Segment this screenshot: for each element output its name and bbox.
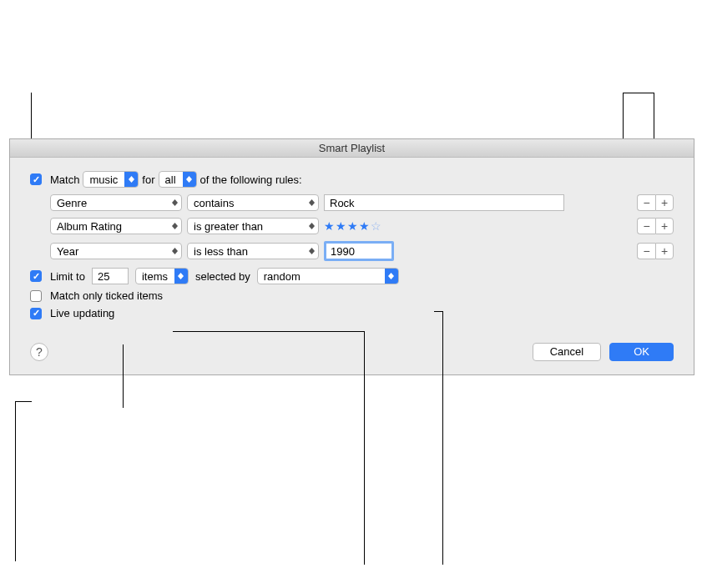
rule-value-input[interactable] — [324, 194, 564, 211]
minus-icon: − — [643, 196, 649, 209]
match-row: Match music for all of the following rul… — [30, 171, 674, 188]
rule-row: Year is less than − — [50, 241, 674, 261]
cancel-button[interactable]: Cancel — [533, 343, 601, 361]
rule-operator-select[interactable]: is less than — [187, 243, 319, 259]
rules-list: Genre contains − + — [50, 194, 674, 261]
remove-rule-button[interactable]: − — [637, 243, 655, 259]
rule-row: Genre contains − + — [50, 194, 674, 211]
chevron-updown-icon — [174, 269, 188, 284]
media-type-select[interactable]: music — [83, 171, 139, 188]
dialog-content: Match music for all of the following rul… — [10, 158, 694, 374]
chevron-updown-icon — [305, 223, 318, 229]
live-updating-label: Live updating — [50, 307, 114, 319]
rule-row: Album Rating is greater than ★★★★☆ — [50, 218, 674, 234]
chevron-updown-icon — [168, 223, 181, 229]
plus-icon: + — [661, 196, 668, 209]
callout-line-help — [15, 401, 32, 561]
match-label: Match — [50, 173, 79, 186]
minus-icon: − — [643, 244, 649, 258]
help-button[interactable]: ? — [30, 343, 48, 361]
rule-operator-select[interactable]: is greater than — [187, 218, 319, 234]
remove-rule-button[interactable]: − — [637, 218, 655, 234]
limit-label: Limit to — [50, 270, 85, 283]
help-icon: ? — [36, 345, 43, 359]
live-updating-row: Live updating — [30, 307, 674, 319]
chevron-updown-icon — [168, 199, 181, 206]
add-rule-button[interactable]: + — [655, 194, 674, 211]
chevron-updown-icon — [305, 199, 318, 206]
star-rating[interactable]: ★★★★☆ — [324, 219, 382, 233]
limit-count-input[interactable] — [92, 268, 129, 284]
rule-value-input-focused[interactable] — [324, 241, 394, 261]
add-rule-button[interactable]: + — [655, 218, 674, 234]
add-rule-button[interactable]: + — [655, 243, 674, 259]
live-updating-checkbox[interactable] — [30, 308, 42, 319]
match-ticked-label: Match only ticked items — [50, 289, 163, 302]
rule-field-select[interactable]: Year — [50, 243, 182, 259]
rule-buttons: − + — [637, 194, 674, 211]
chevron-updown-icon — [168, 248, 181, 254]
selected-by-select[interactable]: random — [257, 268, 399, 284]
match-ticked-checkbox[interactable] — [30, 290, 42, 302]
rule-buttons: − + — [637, 218, 674, 234]
minus-icon: − — [643, 219, 649, 233]
limit-unit-select[interactable]: items — [135, 268, 189, 284]
rule-buttons: − + — [637, 243, 674, 259]
limit-row: Limit to items selected by random — [30, 268, 674, 284]
plus-icon: + — [661, 244, 668, 258]
chevron-updown-icon — [305, 248, 318, 254]
match-ticked-row: Match only ticked items — [30, 289, 674, 302]
ok-button[interactable]: OK — [609, 343, 674, 361]
quantifier-select[interactable]: all — [159, 171, 197, 188]
chevron-updown-icon — [183, 172, 196, 187]
smart-playlist-dialog: Smart Playlist Match music for all o — [9, 138, 694, 375]
match-checkbox[interactable] — [30, 173, 42, 185]
rule-field-select[interactable]: Album Rating — [50, 218, 182, 234]
rule-field-select[interactable]: Genre — [50, 194, 182, 211]
limit-checkbox[interactable] — [30, 270, 42, 282]
window-title: Smart Playlist — [10, 139, 694, 158]
rule-operator-select[interactable]: contains — [187, 194, 319, 211]
dialog-footer: ? Cancel OK — [30, 343, 674, 361]
rules-label: of the following rules: — [200, 173, 302, 186]
chevron-updown-icon — [124, 172, 138, 187]
for-label: for — [142, 173, 154, 186]
selected-by-label: selected by — [195, 270, 250, 283]
remove-rule-button[interactable]: − — [637, 194, 655, 211]
chevron-updown-icon — [385, 269, 398, 284]
plus-icon: + — [661, 219, 668, 233]
